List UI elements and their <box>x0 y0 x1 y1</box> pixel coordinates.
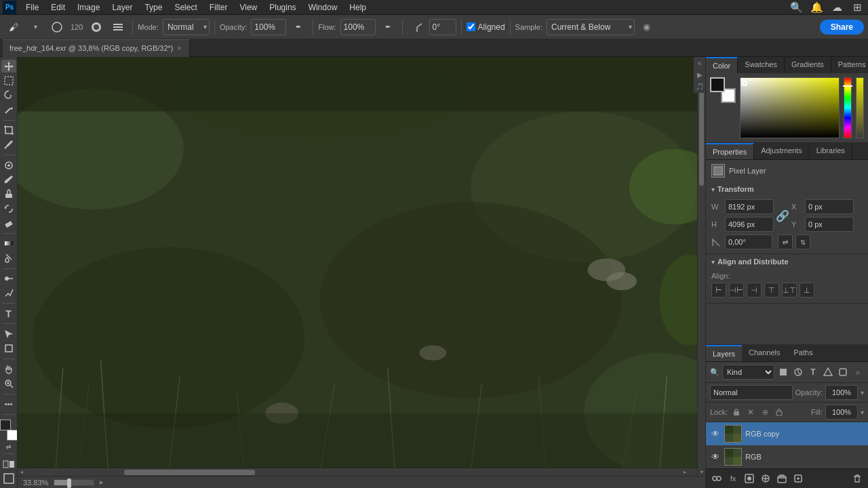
transform-header[interactable]: ▾ Transform <box>706 182 868 197</box>
scroll-down-btn[interactable]: ▾ <box>698 468 705 476</box>
alpha-slider[interactable] <box>856 77 864 138</box>
menu-type[interactable]: Type <box>139 1 167 14</box>
align-header[interactable]: ▾ Align and Distribute <box>706 254 868 269</box>
fill-input[interactable] <box>825 405 858 420</box>
swap-colors-btn[interactable]: ⇄ <box>6 443 12 450</box>
hand-tool[interactable] <box>1 363 16 375</box>
brush-tool-btn[interactable]: 🖌 <box>4 18 23 37</box>
align-bottom-btn[interactable]: ⊥ <box>800 283 814 298</box>
add-mask-btn[interactable] <box>743 472 756 485</box>
new-layer-btn[interactable] <box>791 472 805 485</box>
vscroll-thumb[interactable] <box>699 85 704 186</box>
pen-tool[interactable] <box>1 287 16 300</box>
screen-mode-btn[interactable] <box>1 472 16 485</box>
layer-item-rgb[interactable]: 👁 RGB <box>706 445 868 468</box>
menu-plugins[interactable]: Plugins <box>264 1 301 14</box>
filter-smart-btn[interactable] <box>837 366 849 378</box>
hue-slider[interactable] <box>844 77 852 138</box>
filter-text-btn[interactable]: T <box>807 366 819 378</box>
sample-all-btn[interactable]: ◉ <box>637 18 656 37</box>
heal-tool[interactable] <box>1 159 16 171</box>
zoom-slider-thumb[interactable] <box>67 479 71 488</box>
angle-input-prop[interactable] <box>725 235 772 249</box>
lock-transform-btn[interactable]: ⊕ <box>759 406 771 418</box>
flow-pressure-btn[interactable]: ✒ <box>378 18 397 37</box>
aligned-checkbox[interactable] <box>467 22 475 31</box>
scroll-right-btn[interactable]: ▸ <box>681 468 689 476</box>
layer-item-rgb-copy[interactable]: 👁 RGB copy <box>706 422 868 445</box>
menu-layer[interactable]: Layer <box>106 1 138 14</box>
link-wh-btn[interactable]: 🔗 <box>776 209 789 222</box>
tool-preset-btn[interactable]: ▾ <box>26 18 45 37</box>
menu-image[interactable]: Image <box>72 1 105 14</box>
new-group-btn[interactable] <box>775 472 789 485</box>
dodge-tool[interactable] <box>1 272 16 285</box>
lock-position-btn[interactable] <box>745 406 757 418</box>
adjustments-tab[interactable]: Adjustments <box>754 143 810 159</box>
opacity-pressure-btn[interactable]: ✒ <box>289 18 308 37</box>
paths-tab[interactable]: Paths <box>787 345 820 361</box>
properties-tab[interactable]: Properties <box>706 143 754 159</box>
new-fill-layer-btn[interactable] <box>759 472 772 485</box>
opacity-value-input[interactable] <box>825 385 858 400</box>
libraries-tab[interactable]: Libraries <box>810 143 852 159</box>
brush-hardness-btn[interactable] <box>87 18 106 37</box>
notifications-icon[interactable]: 🔔 <box>808 0 825 16</box>
status-nav-arrow[interactable]: ▸ <box>100 478 104 487</box>
crop-tool[interactable] <box>1 123 16 136</box>
scroll-left-btn[interactable]: ◂ <box>18 468 26 476</box>
menu-edit[interactable]: Edit <box>45 1 71 14</box>
vertical-scrollbar[interactable]: ▴ ▾ <box>697 57 705 476</box>
menu-file[interactable]: File <box>20 1 44 14</box>
layout-icon[interactable]: ⊞ <box>849 0 865 16</box>
path-select-tool[interactable] <box>1 327 16 340</box>
link-layers-btn[interactable] <box>710 472 724 485</box>
history-brush-tool[interactable] <box>1 202 16 215</box>
hscroll-thumb[interactable] <box>124 470 255 475</box>
lasso-tool[interactable] <box>1 89 16 102</box>
align-center-h-btn[interactable]: ⊣⊢ <box>729 283 744 298</box>
zoom-slider[interactable] <box>54 479 94 486</box>
menu-help[interactable]: Help <box>344 1 372 14</box>
fg-color-swatch[interactable] <box>0 420 11 430</box>
menu-window[interactable]: Window <box>303 1 343 14</box>
tab-close-btn[interactable]: × <box>177 45 181 52</box>
delete-layer-btn[interactable] <box>850 472 864 485</box>
kind-select[interactable]: Kind <box>722 365 774 380</box>
x-input[interactable] <box>805 199 854 214</box>
angle-input[interactable] <box>429 19 456 35</box>
align-center-v-btn[interactable]: ⊥⊤ <box>782 283 797 298</box>
brush-size-btn[interactable] <box>47 18 66 37</box>
menu-select[interactable]: Select <box>169 1 202 14</box>
brush-tool[interactable] <box>1 173 16 186</box>
filter-adj-btn[interactable] <box>792 366 804 378</box>
filter-shape-btn[interactable] <box>822 366 834 378</box>
filter-pixel-btn[interactable] <box>777 366 789 378</box>
h-input[interactable] <box>725 217 774 232</box>
lock-all-btn[interactable] <box>773 406 785 418</box>
color-tab[interactable]: Color <box>706 57 738 73</box>
menu-filter[interactable]: Filter <box>204 1 233 14</box>
eyedropper-tool[interactable] <box>1 138 16 151</box>
filter-toggle-btn[interactable]: ● <box>852 366 864 378</box>
lock-pixels-btn[interactable] <box>730 406 743 418</box>
move-tool[interactable] <box>1 60 16 73</box>
share-button[interactable]: Share <box>820 20 864 35</box>
layer-visibility-rgb-copy[interactable]: 👁 <box>710 428 721 439</box>
magic-wand-tool[interactable] <box>1 103 16 116</box>
gradients-tab[interactable]: Gradients <box>785 57 831 73</box>
fg-color-box[interactable] <box>710 77 725 92</box>
w-input[interactable] <box>725 199 774 214</box>
quick-mask-btn[interactable] <box>1 458 16 470</box>
menu-view[interactable]: View <box>234 1 262 14</box>
cloud-icon[interactable]: ☁ <box>829 0 845 16</box>
layers-tab[interactable]: Layers <box>706 345 742 361</box>
select-rect-tool[interactable] <box>1 74 16 87</box>
canvas-wrapper[interactable]: ▴ ▾ ◂ ▸ <box>18 57 705 476</box>
rect-shape-tool[interactable] <box>1 342 16 355</box>
blend-mode-select[interactable]: Normal Multiply Screen <box>710 385 793 400</box>
opacity-input[interactable] <box>251 19 286 35</box>
patterns-tab[interactable]: Patterns <box>831 57 868 73</box>
canvas-image-area[interactable] <box>18 57 697 468</box>
search-icon[interactable]: 🔍 <box>788 0 804 16</box>
